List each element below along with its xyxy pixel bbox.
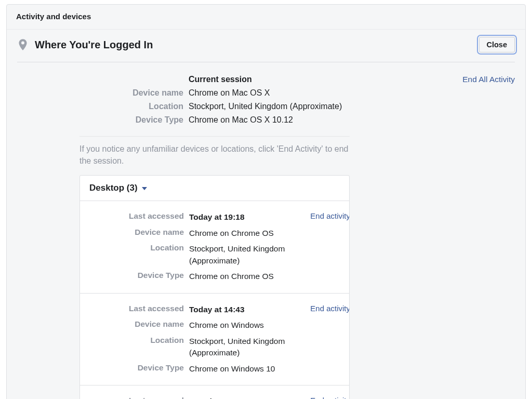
device-entry: Last accessed Today at 14:43 End activit…: [80, 294, 349, 385]
section-content: Current session End All Activity Device …: [17, 73, 515, 399]
devices-card-head[interactable]: Desktop (3): [80, 176, 349, 201]
section-head: Where You're Logged In Close: [17, 37, 515, 62]
unfamiliar-hint: If you notice any unfamiliar devices or …: [79, 143, 350, 167]
current-device-name: Chrome on Mac OS X: [189, 86, 447, 100]
device-name: Chrome on Windows: [189, 317, 288, 333]
device-location: Stockport, United Kingdom (Approximate): [189, 241, 288, 269]
end-activity-link[interactable]: End activity: [293, 302, 350, 317]
label-last-accessed: Last accessed: [80, 302, 184, 317]
label-location: Location: [80, 334, 184, 361]
caret-down-icon: [142, 187, 147, 190]
panel-title: Activity and devices: [16, 12, 91, 21]
device-entry: Last accessed 15 February at 17:53 End a…: [80, 385, 349, 399]
current-session-block: Current session End All Activity Device …: [79, 73, 515, 127]
label-last-accessed: Last accessed: [80, 394, 184, 399]
device-last-accessed: 15 February at 17:53: [189, 394, 288, 399]
device-type: Chrome on Chrome OS: [189, 269, 288, 284]
label-location: Location: [79, 100, 183, 113]
label-device-name: Device name: [79, 86, 183, 100]
end-activity-link[interactable]: End activity: [293, 209, 350, 225]
divider: [79, 136, 350, 137]
label-device-type: Device Type: [79, 113, 183, 127]
current-device-type: Chrome on Mac OS X 10.12: [189, 113, 447, 127]
device-last-accessed: Today at 14:43: [189, 302, 288, 317]
device-type: Chrome on Windows 10: [189, 361, 288, 377]
settings-panel: Activity and devices Where You're Logged…: [6, 4, 526, 399]
end-all-activity-link[interactable]: End All Activity: [453, 73, 515, 86]
label-location: Location: [80, 241, 184, 269]
current-session-heading: Current session: [189, 73, 447, 86]
label-device-name: Device name: [80, 317, 184, 333]
label-device-type: Device Type: [80, 269, 184, 284]
close-button[interactable]: Close: [479, 37, 515, 52]
location-pin-icon: [16, 38, 30, 51]
label-last-accessed: Last accessed: [80, 209, 184, 225]
current-location: Stockport, United Kingdom (Approximate): [189, 100, 515, 113]
device-name: Chrome on Chrome OS: [189, 225, 288, 241]
label-device-name: Device name: [80, 225, 184, 241]
section-title: Where You're Logged In: [35, 39, 479, 51]
label-device-type: Device Type: [80, 361, 184, 377]
device-last-accessed: Today at 19:18: [189, 209, 288, 225]
device-entry: Last accessed Today at 19:18 End activit…: [80, 201, 349, 293]
device-location: Stockport, United Kingdom (Approximate): [189, 334, 288, 361]
devices-card: Desktop (3) Last accessed Today at 19:18…: [79, 175, 350, 399]
panel-header: Activity and devices: [7, 5, 525, 30]
end-activity-link[interactable]: End activity: [293, 394, 350, 399]
devices-group-heading: Desktop (3): [89, 183, 138, 193]
logged-in-section: Where You're Logged In Close Current ses…: [7, 30, 525, 399]
